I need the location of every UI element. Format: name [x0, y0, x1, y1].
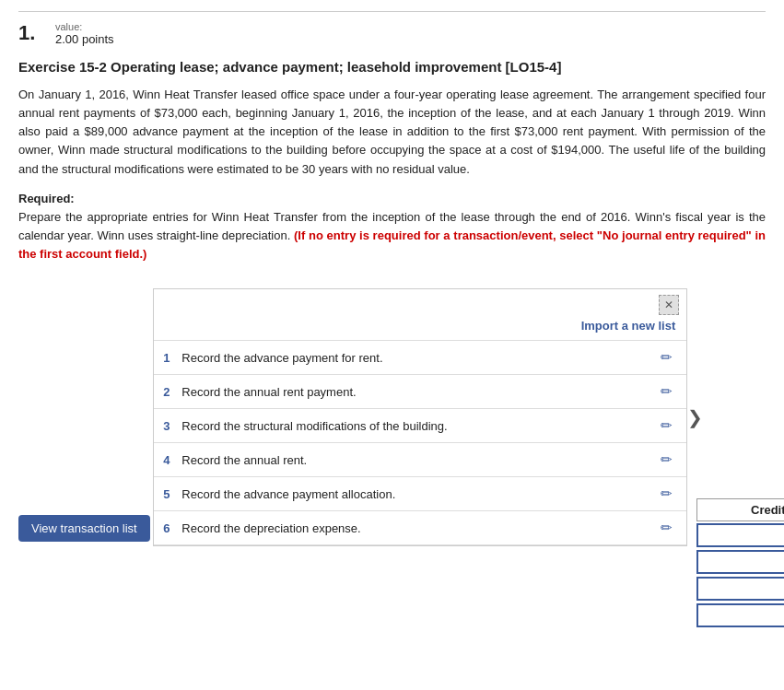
row-number: 1	[163, 351, 181, 365]
row-description: Record the annual rent.	[181, 453, 653, 467]
required-label: Required:	[18, 192, 75, 205]
row-number: 6	[163, 521, 181, 535]
row-number: 3	[163, 419, 181, 433]
view-transaction-button[interactable]: View transaction list	[18, 515, 150, 542]
question-meta: value: 2.00 points	[55, 21, 114, 46]
credit-section: Credit	[696, 498, 784, 630]
transaction-row: 5 Record the advance payment allocation.…	[154, 476, 686, 510]
question-header: 1. value: 2.00 points	[18, 11, 766, 46]
edit-icon[interactable]: ✏	[661, 383, 677, 400]
edit-icon[interactable]: ✏	[661, 349, 677, 366]
transaction-row: 4 Record the annual rent. ✏	[154, 442, 686, 476]
transaction-row: 3 Record the structural modifications of…	[154, 408, 686, 442]
row-description: Record the structural modifications of t…	[181, 419, 653, 433]
credit-input-2[interactable]	[696, 550, 784, 574]
exercise-title: Exercise 15-2 Operating lease; advance p…	[18, 59, 766, 75]
credit-input-3[interactable]	[696, 577, 784, 601]
row-description: Record the annual rent payment.	[181, 385, 653, 399]
transaction-panel: ✕ Import a new list 1 Record the advance…	[153, 288, 687, 546]
row-number: 2	[163, 385, 181, 399]
edit-icon[interactable]: ✏	[661, 485, 677, 502]
exercise-body-text: On January 1, 2016, Winn Heat Transfer l…	[18, 88, 766, 176]
edit-icon[interactable]: ✏	[661, 451, 677, 468]
row-description: Record the depreciation expense.	[181, 521, 653, 535]
row-description: Record the advance payment allocation.	[181, 487, 653, 501]
points-value: 2.00 points	[55, 32, 114, 46]
credit-input-4[interactable]	[696, 603, 784, 627]
edit-icon[interactable]: ✏	[661, 520, 677, 536]
row-number: 4	[163, 453, 181, 467]
panel-top-bar: ✕	[154, 289, 686, 317]
edit-icon[interactable]: ✏	[661, 417, 677, 434]
transaction-row: 1 Record the advance payment for rent. ✏	[154, 340, 686, 374]
question-number: 1.	[18, 21, 44, 45]
import-link[interactable]: Import a new list	[154, 317, 686, 340]
chevron-right-icon[interactable]: ❯	[687, 406, 703, 428]
credit-header-label: Credit	[696, 498, 784, 521]
exercise-body: On January 1, 2016, Winn Heat Transfer l…	[18, 86, 766, 179]
required-section: Required: Prepare the appropriate entrie…	[18, 190, 766, 264]
transaction-row: 2 Record the annual rent payment. ✏	[154, 374, 686, 408]
panel-wrapper: ✕ Import a new list 1 Record the advance…	[153, 288, 687, 546]
row-number: 5	[163, 487, 181, 501]
page-container: 1. value: 2.00 points Exercise 15-2 Oper…	[0, 0, 784, 690]
value-label: value:	[55, 21, 114, 32]
transaction-row: 6 Record the depreciation expense. ✏	[154, 510, 686, 545]
close-panel-button[interactable]: ✕	[659, 295, 679, 315]
close-icon: ✕	[664, 298, 673, 311]
row-description: Record the advance payment for rent.	[181, 351, 653, 365]
credit-input-1[interactable]	[696, 523, 784, 547]
transaction-list: 1 Record the advance payment for rent. ✏…	[154, 340, 686, 545]
